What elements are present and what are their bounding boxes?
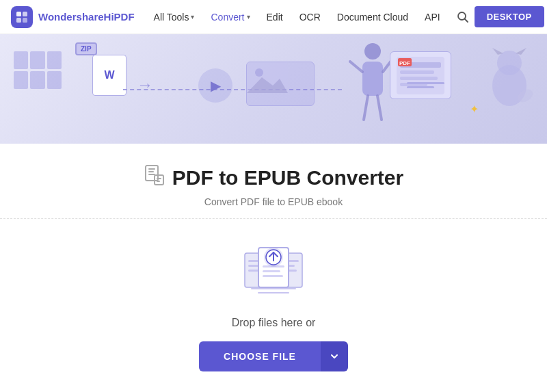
page-content: PDF to EPUB Converter Convert PDF file t… — [0, 144, 547, 371]
hero-decorations: ZIP W → ▶ — [0, 34, 547, 144]
chevron-down-icon: ▾ — [247, 13, 250, 21]
svg-rect-28 — [148, 168, 155, 170]
converter-icon — [144, 164, 165, 191]
title-area: PDF to EPUB Converter — [144, 164, 403, 191]
deco-grid — [14, 51, 62, 89]
choose-file-button[interactable]: CHOOSE FILE — [199, 341, 321, 371]
svg-point-9 — [364, 43, 381, 60]
nav-document-cloud[interactable]: Document Cloud — [332, 0, 414, 34]
svg-text:PDF: PDF — [399, 60, 410, 66]
nav-edit[interactable]: Edit — [261, 0, 289, 34]
navbar: WondershareHiPDF All Tools ▾ Convert ▾ E… — [0, 0, 547, 34]
svg-rect-44 — [263, 270, 280, 272]
svg-rect-18 — [400, 77, 438, 80]
drop-text: Drop files here or — [232, 317, 316, 329]
svg-rect-10 — [362, 62, 383, 96]
desktop-button[interactable]: DESKTOP — [475, 6, 544, 27]
deco-pdf-box: PDF — [390, 51, 451, 99]
deco-document: W — [92, 55, 126, 96]
deco-lines — [407, 82, 444, 88]
logo[interactable]: WondershareHiPDF — [11, 6, 135, 28]
nav-convert[interactable]: Convert ▾ — [205, 0, 255, 34]
svg-rect-45 — [263, 275, 283, 277]
svg-rect-2 — [16, 18, 21, 23]
svg-rect-29 — [148, 171, 154, 172]
svg-line-11 — [350, 62, 362, 72]
deco-animal-illustration — [485, 48, 533, 118]
chevron-down-icon — [330, 352, 338, 361]
svg-rect-33 — [157, 181, 160, 182]
svg-line-14 — [377, 96, 382, 120]
logo-icon — [11, 6, 33, 28]
svg-rect-17 — [400, 70, 434, 74]
choose-file-btn-group: CHOOSE FILE — [199, 341, 348, 371]
deco-play-icon: ▶ — [198, 68, 232, 103]
logo-text: WondershareHiPDF — [38, 11, 135, 23]
svg-rect-0 — [16, 12, 21, 16]
svg-rect-1 — [23, 12, 27, 16]
svg-rect-32 — [157, 178, 161, 179]
svg-point-7 — [255, 68, 263, 77]
search-button[interactable] — [457, 5, 469, 29]
choose-file-dropdown-button[interactable] — [321, 341, 348, 371]
page-title: PDF to EPUB Converter — [172, 166, 403, 190]
nav-ocr[interactable]: OCR — [294, 0, 326, 34]
svg-point-23 — [497, 51, 522, 75]
svg-rect-30 — [148, 174, 155, 175]
deco-zip: ZIP — [75, 42, 97, 55]
svg-line-13 — [364, 96, 368, 120]
svg-rect-27 — [146, 166, 158, 181]
chevron-down-icon: ▾ — [191, 13, 194, 21]
nav-api[interactable]: API — [419, 0, 446, 34]
hero-banner: ZIP W → ▶ — [0, 34, 547, 144]
deco-arrow: → — [137, 75, 153, 94]
svg-line-5 — [464, 18, 468, 22]
deco-image-placeholder — [246, 62, 315, 106]
page-subtitle: Convert PDF file to EPUB ebook — [204, 196, 343, 207]
upload-area[interactable]: Drop files here or CHOOSE FILE — [0, 219, 547, 371]
svg-marker-25 — [516, 48, 526, 55]
deco-star-icon: ✦ — [470, 103, 479, 116]
svg-rect-3 — [23, 18, 27, 23]
upload-icon — [239, 239, 308, 300]
nav-all-tools[interactable]: All Tools ▾ — [148, 0, 200, 34]
svg-marker-24 — [492, 48, 503, 55]
